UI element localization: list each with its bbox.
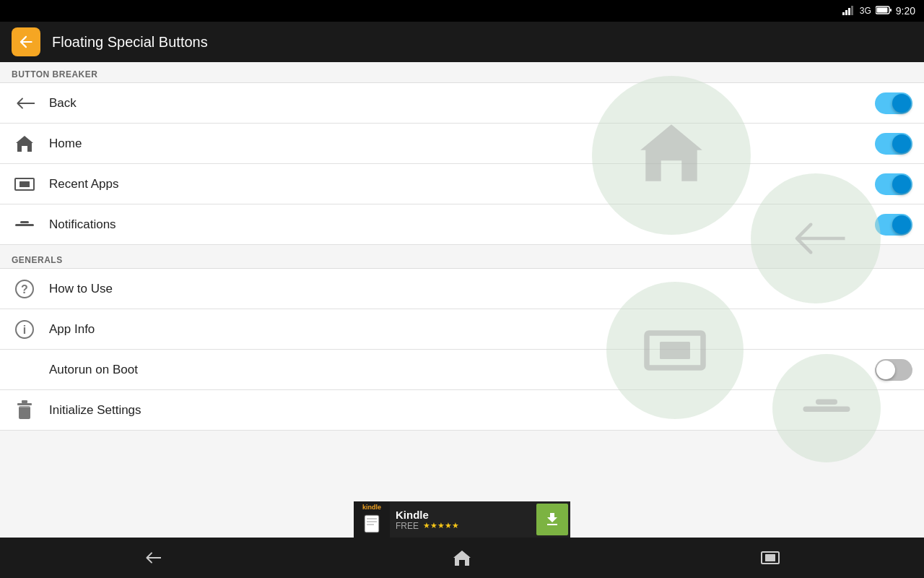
svg-rect-6 bbox=[876, 7, 887, 12]
ad-stars: ★★★★★ bbox=[423, 521, 459, 530]
svg-rect-17 bbox=[17, 403, 32, 405]
setting-item-initialize[interactable]: Initialize Settings bbox=[0, 390, 924, 431]
home-toggle-thumb bbox=[892, 134, 911, 153]
svg-rect-28 bbox=[367, 524, 374, 525]
svg-rect-16 bbox=[22, 400, 27, 403]
recent-apps-label: Recent Apps bbox=[49, 177, 875, 191]
ad-download-button[interactable] bbox=[536, 504, 568, 535]
signal-icon bbox=[842, 5, 855, 17]
svg-rect-10 bbox=[15, 224, 34, 226]
ad-banner[interactable]: kindle Kindle FREE ★★★★★ bbox=[354, 501, 570, 538]
svg-marker-29 bbox=[453, 551, 471, 566]
svg-rect-0 bbox=[842, 12, 845, 15]
setting-item-notifications[interactable]: Notifications bbox=[0, 204, 924, 245]
app-icon bbox=[12, 27, 40, 56]
svg-marker-7 bbox=[16, 136, 33, 152]
ad-free-label: FREE bbox=[396, 521, 419, 531]
home-toggle[interactable] bbox=[875, 133, 912, 155]
help-icon: ? bbox=[12, 276, 38, 302]
back-toggle[interactable] bbox=[875, 92, 912, 114]
battery-icon bbox=[876, 6, 892, 17]
svg-rect-11 bbox=[20, 221, 29, 223]
setting-item-autorun[interactable]: Autorun on Boot bbox=[0, 350, 924, 390]
notifications-toggle[interactable] bbox=[875, 214, 912, 236]
autorun-label: Autorun on Boot bbox=[49, 363, 875, 377]
section-header-generals: GENERALS bbox=[0, 248, 924, 268]
autorun-toggle-thumb bbox=[876, 361, 895, 379]
status-bar-right: 3G 9:20 bbox=[842, 5, 915, 17]
status-bar: 3G 9:20 bbox=[0, 0, 924, 22]
svg-rect-27 bbox=[367, 521, 377, 522]
settings-container: BUTTON BREAKER Back Home bbox=[0, 62, 924, 431]
ad-content: Kindle FREE ★★★★★ bbox=[390, 506, 534, 534]
svg-rect-3 bbox=[851, 6, 853, 15]
setting-item-app-info[interactable]: i App Info bbox=[0, 309, 924, 350]
back-icon bbox=[12, 90, 38, 116]
svg-rect-9 bbox=[19, 181, 30, 187]
setting-item-back[interactable]: Back bbox=[0, 83, 924, 124]
notifications-label: Notifications bbox=[49, 217, 875, 232]
trash-icon bbox=[12, 397, 38, 423]
svg-text:?: ? bbox=[21, 283, 28, 296]
back-toggle-thumb bbox=[892, 94, 911, 113]
svg-rect-5 bbox=[890, 9, 892, 12]
autorun-toggle[interactable] bbox=[875, 359, 912, 381]
setting-item-recent-apps[interactable]: Recent Apps bbox=[0, 164, 924, 204]
notifications-icon bbox=[12, 212, 38, 238]
svg-rect-31 bbox=[765, 554, 775, 561]
svg-rect-2 bbox=[848, 8, 850, 15]
svg-rect-1 bbox=[845, 10, 847, 15]
svg-rect-26 bbox=[367, 518, 377, 519]
back-label: Back bbox=[49, 96, 875, 111]
setting-item-home[interactable]: Home bbox=[0, 124, 924, 164]
autorun-icon bbox=[12, 357, 38, 383]
recent-apps-icon bbox=[12, 171, 38, 197]
signal-type: 3G bbox=[860, 6, 871, 16]
info-icon: i bbox=[12, 316, 38, 342]
section-header-button-breaker: BUTTON BREAKER bbox=[0, 62, 924, 82]
app-title: Floating Special Buttons bbox=[52, 34, 208, 51]
svg-rect-18 bbox=[19, 406, 30, 419]
app-info-label: App Info bbox=[49, 322, 912, 337]
svg-text:i: i bbox=[23, 324, 26, 336]
notifications-toggle-thumb bbox=[892, 215, 911, 234]
ad-title: Kindle bbox=[396, 509, 528, 521]
recent-apps-toggle[interactable] bbox=[875, 173, 912, 195]
home-icon bbox=[12, 131, 38, 157]
recent-apps-toggle-thumb bbox=[892, 175, 911, 194]
how-to-use-label: How to Use bbox=[49, 282, 912, 296]
nav-back-button[interactable] bbox=[125, 543, 183, 572]
bottom-nav bbox=[0, 538, 924, 578]
ad-subtitle: FREE ★★★★★ bbox=[396, 521, 528, 531]
ad-logo-text: kindle bbox=[362, 504, 381, 511]
initialize-label: Initialize Settings bbox=[49, 403, 912, 418]
nav-recent-button[interactable] bbox=[741, 543, 799, 572]
time-display: 9:20 bbox=[896, 5, 915, 17]
ad-logo: kindle bbox=[354, 501, 390, 538]
setting-item-how-to-use[interactable]: ? How to Use bbox=[0, 269, 924, 309]
home-label: Home bbox=[49, 137, 875, 151]
nav-home-button[interactable] bbox=[433, 543, 491, 572]
app-bar: Floating Special Buttons bbox=[0, 22, 924, 62]
svg-rect-19 bbox=[19, 406, 30, 407]
